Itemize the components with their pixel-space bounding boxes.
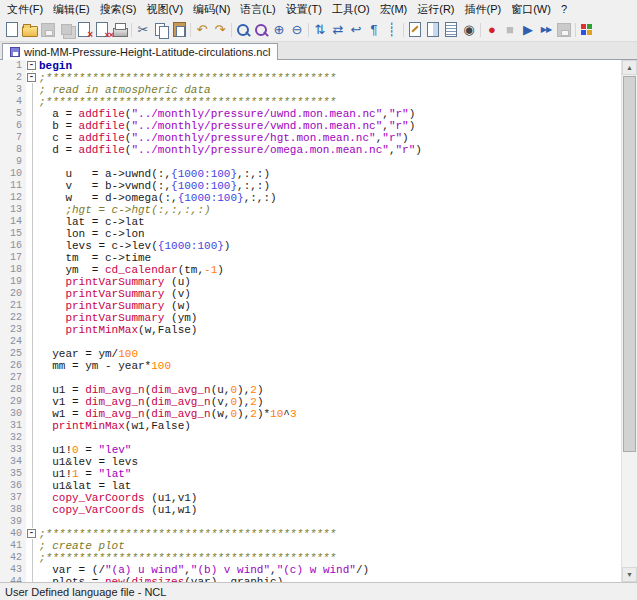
menu-tools[interactable]: 工具(O) [327,1,375,18]
code-line-40[interactable]: 40-;************************************… [0,528,621,540]
code-line-42[interactable]: 42;*************************************… [0,552,621,564]
code-line-22[interactable]: 22 printVarSummary (ym) [0,312,621,324]
code-line-39[interactable]: 39 [0,516,621,528]
code-line-1[interactable]: 1-begin [0,60,621,72]
sync-vertical-icon[interactable]: ⇅ [311,21,329,39]
line-number[interactable]: 1 [0,60,26,72]
menu-macro[interactable]: 宏(M) [375,1,413,18]
code-line-17[interactable]: 17 tm = c->time [0,252,621,264]
line-number[interactable]: 19 [0,276,26,288]
save-all-icon[interactable] [57,21,75,39]
menu-window[interactable]: 窗口(W) [506,1,556,18]
cut-icon[interactable]: ✂ [134,21,152,39]
tab-file[interactable]: wind-MM-Pressure-Height-Latitude-circula… [2,43,278,60]
save-macro-icon[interactable] [555,21,573,39]
code-line-11[interactable]: 11 v = b->vwnd(:,{1000:100},:,:) [0,180,621,192]
code-editor[interactable]: 1-begin2-;******************************… [0,60,637,582]
find-icon[interactable] [234,21,252,39]
line-number[interactable]: 9 [0,156,26,168]
line-number[interactable]: 10 [0,168,26,180]
code-line-14[interactable]: 14 lat = c->lat [0,216,621,228]
menu-run[interactable]: 运行(R) [412,1,459,18]
code-line-4[interactable]: 4;**************************************… [0,96,621,108]
code-line-2[interactable]: 2-;*************************************… [0,72,621,84]
line-number[interactable]: 41 [0,540,26,552]
line-number[interactable]: 26 [0,360,26,372]
scrollbar-thumb[interactable] [623,76,636,452]
line-number[interactable]: 12 [0,192,26,204]
code-line-36[interactable]: 36 u1&lat = lat [0,480,621,492]
code-line-21[interactable]: 21 printVarSummary (w) [0,300,621,312]
line-number[interactable]: 7 [0,132,26,144]
line-number[interactable]: 15 [0,228,26,240]
line-number[interactable]: 20 [0,288,26,300]
code-line-27[interactable]: 27 [0,372,621,384]
fold-marker-icon[interactable]: - [26,72,39,84]
menu-search[interactable]: 搜索(S) [95,1,142,18]
code-line-29[interactable]: 29 v1 = dim_avg_n(dim_avg_n(v,0),2) [0,396,621,408]
indent-guide-icon[interactable]: ┊ [383,21,401,39]
line-number[interactable]: 34 [0,456,26,468]
line-number[interactable]: 6 [0,120,26,132]
line-number[interactable]: 43 [0,564,26,576]
word-wrap-icon[interactable]: ↩ [347,21,365,39]
line-number[interactable]: 24 [0,336,26,348]
code-line-15[interactable]: 15 lon = c->lon [0,228,621,240]
record-macro-icon[interactable]: ● [483,21,501,39]
line-number[interactable]: 40 [0,528,26,540]
code-line-18[interactable]: 18 ym = cd_calendar(tm,-1) [0,264,621,276]
undo-icon[interactable]: ↶ [193,21,211,39]
code-line-32[interactable]: 32 [0,432,621,444]
show-all-characters-icon[interactable]: ¶ [365,21,383,39]
code-line-30[interactable]: 30 w1 = dim_avg_n(dim_avg_n(w,0),2)*10^3 [0,408,621,420]
menu-edit[interactable]: 编辑(E) [48,1,95,18]
code-line-35[interactable]: 35 u1!1 = "lat" [0,468,621,480]
code-line-19[interactable]: 19 printVarSummary (u) [0,276,621,288]
code-line-31[interactable]: 31 printMinMax(w1,False) [0,420,621,432]
line-number[interactable]: 38 [0,504,26,516]
stop-recording-icon[interactable]: ■ [501,21,519,39]
replace-icon[interactable] [252,21,270,39]
fold-marker-icon[interactable]: - [26,528,39,540]
code-line-23[interactable]: 23 printMinMax(w,False) [0,324,621,336]
line-number[interactable]: 42 [0,552,26,564]
code-line-43[interactable]: 43 var = (/"(a) u wind","(b) v wind","(c… [0,564,621,576]
line-number[interactable]: 28 [0,384,26,396]
redo-icon[interactable]: ↷ [211,21,229,39]
line-number[interactable]: 33 [0,444,26,456]
menu-plugins[interactable]: 插件(P) [460,1,507,18]
zoom-in-icon[interactable]: ⊕ [270,21,288,39]
code-line-44[interactable]: 44 plots = new(dimsizes(var), graphic) [0,576,621,582]
line-number[interactable]: 17 [0,252,26,264]
user-defined-language-icon[interactable] [406,21,424,39]
play-macro-icon[interactable]: ▶ [519,21,537,39]
line-number[interactable]: 31 [0,420,26,432]
line-number[interactable]: 25 [0,348,26,360]
line-number[interactable]: 13 [0,204,26,216]
line-number[interactable]: 16 [0,240,26,252]
new-file-icon[interactable] [3,21,21,39]
code-line-6[interactable]: 6 b = addfile("../monthly/pressure/vwnd.… [0,120,621,132]
code-line-41[interactable]: 41; create plot [0,540,621,552]
line-number[interactable]: 29 [0,396,26,408]
code-line-7[interactable]: 7 c = addfile("../monthly/pressure/hgt.m… [0,132,621,144]
paste-icon[interactable] [170,21,188,39]
print-icon[interactable] [111,21,129,39]
line-number[interactable]: 5 [0,108,26,120]
sync-horizontal-icon[interactable]: ⇄ [329,21,347,39]
line-number[interactable]: 8 [0,144,26,156]
code-line-13[interactable]: 13 ;hgt = c->hgt(:,:,:,:) [0,204,621,216]
line-number[interactable]: 23 [0,324,26,336]
code-line-28[interactable]: 28 u1 = dim_avg_n(dim_avg_n(u,0),2) [0,384,621,396]
code-line-34[interactable]: 34 u1&lev = levs [0,456,621,468]
code-line-38[interactable]: 38 copy_VarCoords (u1,w1) [0,504,621,516]
code-line-9[interactable]: 9 [0,156,621,168]
plugin-icon[interactable] [578,21,596,39]
line-number[interactable]: 35 [0,468,26,480]
doc-map-icon[interactable] [424,21,442,39]
scroll-down-icon[interactable]: ▼ [622,567,637,582]
line-number[interactable]: 37 [0,492,26,504]
fold-marker-icon[interactable]: - [26,60,39,72]
code-line-37[interactable]: 37 copy_VarCoords (u1,v1) [0,492,621,504]
code-line-25[interactable]: 25 year = ym/100 [0,348,621,360]
